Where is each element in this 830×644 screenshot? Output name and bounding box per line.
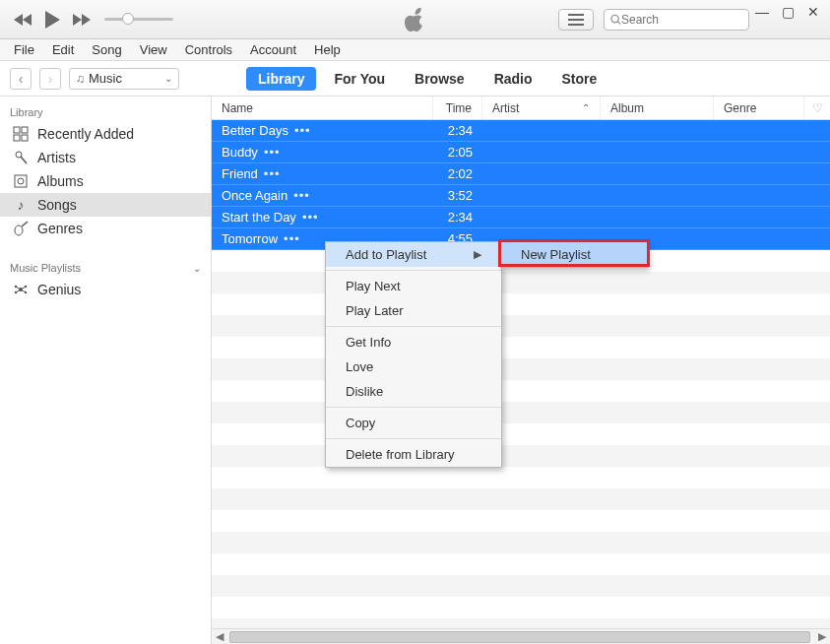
volume-slider[interactable] — [104, 18, 173, 21]
content: Name Time Artist ⌃ Album Genre ♡ Better … — [212, 97, 830, 644]
tab-library[interactable]: Library — [246, 67, 316, 91]
horizontal-scrollbar[interactable]: ◀ ▶ — [212, 628, 830, 644]
tab-for-you[interactable]: For You — [322, 67, 397, 91]
sidebar-item-recently-added[interactable]: Recently Added — [0, 122, 211, 146]
mic-icon — [12, 150, 30, 165]
sidebar-item-label: Recently Added — [37, 126, 134, 142]
close-button[interactable]: ✕ — [804, 4, 822, 20]
source-picker[interactable]: ♫Music ⌄ — [69, 68, 179, 90]
guitar-icon — [12, 221, 30, 236]
chevron-updown-icon: ⌄ — [164, 73, 172, 84]
menu-controls[interactable]: Controls — [177, 40, 240, 59]
sidebar-item-albums[interactable]: Albums — [0, 169, 211, 193]
more-icon[interactable]: ••• — [302, 210, 319, 225]
list-view-button[interactable] — [558, 9, 594, 31]
tab-browse[interactable]: Browse — [403, 67, 477, 91]
context-menu-item[interactable]: Play Later — [326, 298, 501, 323]
empty-row — [212, 445, 830, 467]
tab-radio[interactable]: Radio — [482, 67, 544, 91]
menu-file[interactable]: File — [6, 40, 42, 59]
scroll-left-icon[interactable]: ◀ — [212, 630, 227, 643]
genius-icon — [12, 282, 30, 297]
empty-row — [212, 358, 830, 380]
menu-account[interactable]: Account — [242, 40, 304, 59]
empty-row — [212, 315, 830, 337]
context-menu-separator — [326, 438, 501, 439]
next-button[interactable] — [71, 13, 91, 27]
song-row[interactable]: Better Days •••2:34 — [212, 120, 830, 142]
column-headers: Name Time Artist ⌃ Album Genre ♡ — [212, 97, 830, 120]
sidebar-item-genius[interactable]: Genius — [0, 278, 211, 301]
back-button[interactable]: ‹ — [10, 68, 32, 90]
submenu-item[interactable]: New Playlist — [501, 242, 647, 267]
song-row[interactable]: Friend •••2:02 — [212, 163, 830, 185]
play-button[interactable] — [43, 10, 61, 30]
empty-row — [212, 380, 830, 402]
song-name: Start the Day — [222, 210, 296, 225]
song-row[interactable]: Buddy •••2:05 — [212, 142, 830, 163]
previous-button[interactable] — [14, 13, 33, 27]
more-icon[interactable]: ••• — [264, 145, 281, 160]
column-genre[interactable]: Genre — [714, 97, 804, 119]
column-album[interactable]: Album — [601, 97, 714, 119]
song-time: 2:34 — [433, 210, 482, 225]
forward-button[interactable]: › — [39, 68, 61, 90]
tab-store[interactable]: Store — [550, 67, 609, 91]
empty-row — [212, 488, 830, 510]
sidebar-heading-playlists[interactable]: Music Playlists⌄ — [0, 258, 211, 278]
context-menu-item[interactable]: Dislike — [326, 379, 501, 404]
maximize-button[interactable]: ▢ — [779, 4, 797, 20]
minimize-button[interactable]: — — [753, 4, 771, 20]
song-name: Tomorrow — [222, 231, 278, 246]
sidebar-item-genres[interactable]: Genres — [0, 217, 211, 240]
source-picker-label: Music — [89, 71, 122, 86]
search-input[interactable] — [621, 13, 742, 27]
chevron-down-icon: ⌄ — [193, 263, 201, 274]
context-menu-separator — [326, 326, 501, 327]
context-menu-item[interactable]: Copy — [326, 411, 501, 435]
titlebar: — ▢ ✕ — [0, 0, 830, 39]
more-icon[interactable]: ••• — [284, 231, 300, 246]
scroll-right-icon[interactable]: ▶ — [814, 630, 830, 643]
empty-row — [212, 272, 830, 293]
context-menu-item[interactable]: Delete from Library — [326, 442, 501, 467]
empty-row — [212, 618, 830, 628]
column-time[interactable]: Time — [433, 97, 482, 119]
sidebar-item-label: Artists — [37, 150, 76, 165]
song-time: 2:34 — [433, 123, 482, 138]
menu-edit[interactable]: Edit — [44, 40, 82, 59]
menu-view[interactable]: View — [132, 40, 175, 59]
song-row[interactable]: Once Again •••3:52 — [212, 185, 830, 207]
svg-point-9 — [18, 178, 24, 184]
context-menu-item[interactable]: Add to Playlist▶ — [326, 242, 501, 267]
context-menu: Add to Playlist▶Play NextPlay LaterGet I… — [325, 241, 502, 468]
more-icon[interactable]: ••• — [294, 123, 311, 138]
search-icon — [610, 14, 621, 26]
column-love[interactable]: ♡ — [804, 97, 830, 119]
playback-controls — [14, 10, 91, 30]
column-name[interactable]: Name — [212, 97, 433, 119]
empty-row — [212, 553, 830, 575]
song-time: 2:02 — [433, 166, 482, 181]
scrollbar-thumb[interactable] — [229, 631, 810, 643]
song-row[interactable]: Start the Day •••2:34 — [212, 207, 830, 228]
music-note-icon: ♫ — [76, 72, 85, 86]
more-icon[interactable]: ••• — [264, 166, 281, 181]
menu-help[interactable]: Help — [306, 40, 349, 59]
empty-row — [212, 402, 830, 423]
tabs: Library For You Browse Radio Store — [246, 67, 608, 91]
context-menu-item[interactable]: Love — [326, 354, 501, 379]
sidebar-item-songs[interactable]: ♪ Songs — [0, 193, 211, 217]
navbar: ‹ › ♫Music ⌄ Library For You Browse Radi… — [0, 61, 830, 97]
context-menu-item[interactable]: Play Next — [326, 274, 501, 298]
search-box[interactable] — [604, 9, 749, 31]
svg-rect-8 — [15, 175, 27, 187]
more-icon[interactable]: ••• — [293, 188, 310, 203]
menu-song[interactable]: Song — [84, 40, 129, 59]
empty-row — [212, 467, 830, 488]
column-artist[interactable]: Artist ⌃ — [482, 97, 601, 119]
sidebar-item-artists[interactable]: Artists — [0, 146, 211, 169]
context-menu-item[interactable]: Get Info — [326, 330, 501, 354]
song-name: Once Again — [222, 188, 287, 203]
svg-rect-2 — [14, 127, 20, 133]
